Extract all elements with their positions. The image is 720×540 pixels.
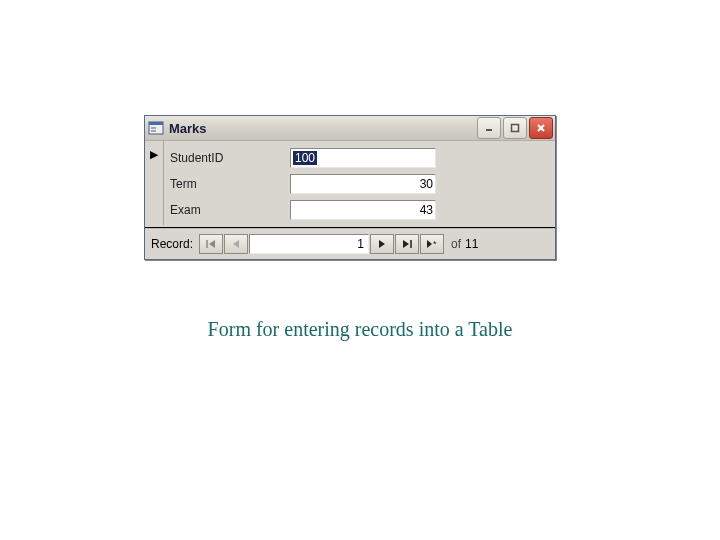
field-label: Exam: [170, 203, 290, 217]
term-value[interactable]: [293, 177, 433, 191]
term-input[interactable]: [290, 174, 436, 194]
svg-marker-10: [233, 240, 239, 248]
minimize-button[interactable]: [477, 117, 501, 139]
nav-new-record-button[interactable]: *: [420, 234, 444, 254]
nav-prev-button[interactable]: [224, 234, 248, 254]
exam-input[interactable]: [290, 200, 436, 220]
form-body: ▶ StudentID 100 Term Exam: [145, 141, 555, 225]
nav-next-button[interactable]: [370, 234, 394, 254]
window-title: Marks: [169, 121, 477, 136]
svg-marker-9: [209, 240, 215, 248]
figure-caption: Form for entering records into a Table: [0, 318, 720, 341]
studentid-value: 100: [293, 151, 317, 165]
form-icon: [148, 120, 164, 136]
svg-text:*: *: [433, 239, 437, 249]
maximize-button[interactable]: [503, 117, 527, 139]
form-window: Marks ▶ StudentID 100: [144, 115, 556, 260]
field-row-term: Term: [164, 171, 555, 197]
field-row-exam: Exam: [164, 197, 555, 223]
titlebar[interactable]: Marks: [145, 116, 555, 141]
fields-area: StudentID 100 Term Exam: [164, 141, 555, 225]
nav-of-label: of: [451, 237, 461, 251]
svg-marker-11: [379, 240, 385, 248]
field-row-studentid: StudentID 100: [164, 145, 555, 171]
nav-label: Record:: [151, 237, 193, 251]
nav-first-button[interactable]: [199, 234, 223, 254]
svg-rect-5: [512, 125, 519, 132]
record-number-input[interactable]: 1: [249, 234, 369, 254]
svg-marker-14: [427, 240, 432, 248]
close-button[interactable]: [529, 117, 553, 139]
record-selector-column: ▶: [145, 141, 164, 225]
current-record-marker[interactable]: ▶: [145, 141, 163, 167]
nav-last-button[interactable]: [395, 234, 419, 254]
nav-total: 11: [465, 237, 478, 251]
svg-marker-12: [403, 240, 409, 248]
svg-rect-1: [149, 122, 163, 125]
exam-value[interactable]: [293, 203, 433, 217]
record-navigator: Record: 1 * of 11: [145, 228, 555, 259]
field-label: StudentID: [170, 151, 290, 165]
window-buttons: [477, 117, 553, 139]
studentid-input[interactable]: 100: [290, 148, 436, 168]
field-label: Term: [170, 177, 290, 191]
